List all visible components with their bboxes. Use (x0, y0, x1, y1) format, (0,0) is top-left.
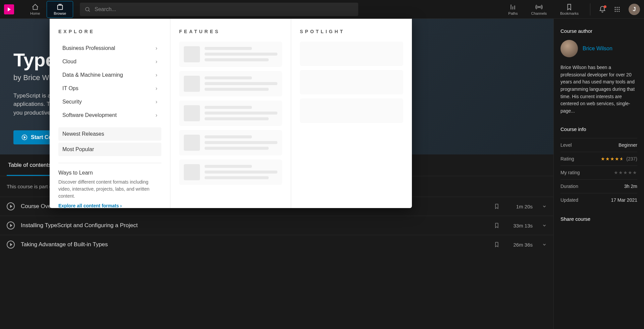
nav-channels-label: Channels (531, 11, 546, 15)
section-bookmark-button[interactable] (494, 222, 500, 228)
megamenu-spotlight-column: SPOTLIGHT (291, 19, 412, 208)
svg-point-11 (619, 11, 620, 12)
features-heading: FEATURES (179, 29, 282, 34)
explore-formats-link[interactable]: Explore all content formats › (58, 203, 161, 208)
search-container (80, 3, 358, 16)
updated-label: Updated (560, 197, 578, 203)
chevron-right-icon: › (156, 99, 157, 105)
rating-count: (237) (626, 156, 637, 161)
nav-browse[interactable]: Browse (47, 1, 73, 18)
nav-home-label: Home (30, 11, 40, 15)
channels-icon (535, 3, 543, 11)
apps-grid-icon (614, 6, 621, 13)
category-label: Software Development (62, 112, 117, 118)
section-title[interactable]: Taking Advantage of Built-in Types (21, 241, 494, 248)
nav-bookmarks[interactable]: Bookmarks (555, 1, 584, 17)
svg-point-8 (619, 9, 620, 10)
top-navigation: Home Browse Paths Channels Bookmarks (0, 0, 644, 19)
course-section-row: Taking Advantage of Built-in Types 26m 3… (0, 235, 553, 254)
svg-point-7 (616, 9, 618, 10)
newest-releases-link[interactable]: Newest Releases (58, 127, 161, 141)
ways-title: Ways to Learn (58, 170, 161, 176)
duration-value: 3h 2m (624, 184, 637, 189)
section-play-button[interactable] (7, 241, 15, 249)
ways-description: Discover different content formats inclu… (58, 179, 161, 200)
svg-point-4 (616, 7, 618, 8)
category-label: Security (62, 99, 82, 105)
category-software-development[interactable]: Software Development › (58, 109, 161, 122)
nav-home[interactable]: Home (23, 1, 47, 17)
bookmark-icon (494, 242, 500, 248)
section-expand-button[interactable] (542, 223, 547, 228)
svg-point-6 (615, 9, 616, 10)
category-label: Business Professional (62, 45, 115, 51)
category-cloud[interactable]: Cloud › (58, 55, 161, 68)
level-label: Level (560, 142, 572, 148)
browse-megamenu: EXPLORE Business Professional › Cloud › … (50, 19, 412, 208)
spotlight-skeleton-card (300, 70, 403, 94)
updated-value: 17 Mar 2021 (611, 197, 637, 203)
course-section-row: Installing TypeScript and Configuring a … (0, 216, 553, 235)
feature-skeleton-card (179, 159, 282, 185)
category-business-professional[interactable]: Business Professional › (58, 42, 161, 55)
my-rating-stars[interactable]: ★★★★★ (614, 170, 637, 175)
nav-paths[interactable]: Paths (503, 1, 523, 17)
explore-heading: EXPLORE (58, 29, 161, 34)
nav-paths-label: Paths (508, 11, 518, 15)
play-triangle-icon (6, 7, 12, 12)
ways-link-label: Explore all content formats (58, 203, 119, 208)
share-heading: Share course (560, 216, 637, 222)
section-play-button[interactable] (7, 202, 15, 210)
svg-point-9 (615, 11, 616, 12)
section-duration: 26m 36s (509, 242, 533, 248)
user-avatar[interactable]: J (629, 4, 640, 15)
spotlight-skeleton-card (300, 98, 403, 123)
most-popular-link[interactable]: Most Popular (58, 143, 161, 156)
ways-to-learn-block: Ways to Learn Discover different content… (58, 163, 161, 208)
apps-button[interactable] (611, 3, 623, 15)
info-row-my-rating: My rating ★★★★★ (560, 166, 637, 179)
category-data-ml[interactable]: Data & Machine Learning › (58, 68, 161, 82)
search-icon (85, 6, 91, 12)
section-duration: 1m 20s (509, 204, 533, 209)
section-expand-button[interactable] (542, 242, 547, 247)
megamenu-features-column: FEATURES (170, 19, 291, 208)
svg-point-5 (619, 7, 620, 8)
tab-table-of-contents[interactable]: Table of contents (7, 154, 53, 176)
author-bio: Brice Wilson has been a professional dev… (560, 64, 637, 115)
author-name-link[interactable]: Brice Wilson (583, 46, 612, 52)
feature-skeleton-card (179, 101, 282, 126)
bookmark-icon (494, 203, 500, 209)
extras-group: Newest Releases Most Popular (58, 127, 161, 156)
category-label: IT Ops (62, 85, 78, 91)
category-security[interactable]: Security › (58, 95, 161, 109)
section-title[interactable]: Installing TypeScript and Configuring a … (21, 222, 494, 229)
course-info-heading: Course info (560, 126, 637, 132)
author-avatar[interactable] (560, 40, 578, 57)
category-label: Data & Machine Learning (62, 72, 123, 78)
category-it-ops[interactable]: IT Ops › (58, 82, 161, 95)
section-duration: 33m 13s (509, 223, 533, 228)
chevron-down-icon (542, 204, 547, 209)
section-bookmark-button[interactable] (494, 242, 500, 248)
brand-logo[interactable] (4, 4, 14, 14)
nav-channels[interactable]: Channels (526, 1, 552, 17)
notifications-button[interactable] (596, 3, 608, 15)
extras-label: Most Popular (62, 146, 94, 152)
section-play-button[interactable] (7, 221, 15, 229)
chevron-right-icon: › (156, 112, 157, 118)
search-input[interactable] (80, 3, 358, 16)
section-bookmark-button[interactable] (494, 203, 500, 209)
duration-label: Duration (560, 184, 578, 189)
chevron-right-icon: › (156, 85, 157, 91)
info-row-updated: Updated 17 Mar 2021 (560, 193, 637, 207)
chevron-right-icon: › (156, 72, 157, 78)
info-row-rating: Rating ★★★★★★ (237) (560, 152, 637, 166)
nav-divider (590, 3, 590, 15)
rating-label: Rating (560, 156, 574, 161)
nav-bookmarks-label: Bookmarks (560, 11, 579, 15)
paths-icon (509, 3, 517, 11)
author-heading: Course author (560, 28, 637, 34)
section-expand-button[interactable] (542, 204, 547, 209)
spotlight-skeleton-card (300, 42, 403, 66)
